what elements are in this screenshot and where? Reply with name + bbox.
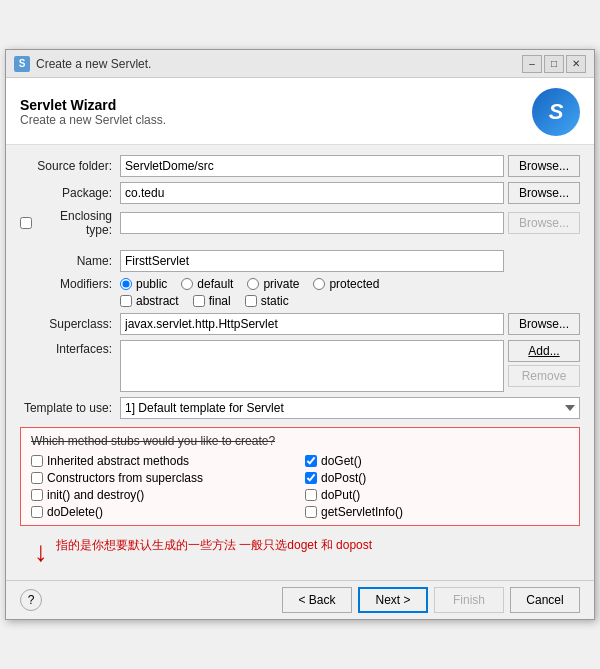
footer-left: ? bbox=[20, 589, 42, 611]
modifier-default-label: default bbox=[181, 277, 233, 291]
superclass-input[interactable] bbox=[120, 313, 504, 335]
modifier-abstract-text: abstract bbox=[136, 294, 179, 308]
wizard-subtitle: Create a new Servlet class. bbox=[20, 113, 166, 127]
modifiers-label: Modifiers: bbox=[20, 277, 120, 291]
enclosing-type-checkbox[interactable] bbox=[20, 217, 32, 229]
stub-doput-label: doPut() bbox=[305, 488, 569, 502]
modifier-private-text: private bbox=[263, 277, 299, 291]
finish-button: Finish bbox=[434, 587, 504, 613]
modifiers-row: Modifiers: public default private bbox=[20, 277, 580, 308]
modifier-protected-text: protected bbox=[329, 277, 379, 291]
modifier-static-text: static bbox=[261, 294, 289, 308]
help-button[interactable]: ? bbox=[20, 589, 42, 611]
minimize-button[interactable]: – bbox=[522, 55, 542, 73]
close-button[interactable]: ✕ bbox=[566, 55, 586, 73]
form-content: Source folder: Browse... Package: Browse… bbox=[6, 145, 594, 580]
dialog-footer: ? < Back Next > Finish Cancel bbox=[6, 580, 594, 619]
modifier-default-radio[interactable] bbox=[181, 278, 193, 290]
header-text-block: Servlet Wizard Create a new Servlet clas… bbox=[20, 97, 166, 127]
modifier-final-label: final bbox=[193, 294, 231, 308]
title-bar: S Create a new Servlet. – □ ✕ bbox=[6, 50, 594, 78]
modifier-public-label: public bbox=[120, 277, 167, 291]
name-row: Name: bbox=[20, 250, 580, 272]
stubs-grid: Inherited abstract methods doGet() Const… bbox=[31, 454, 569, 519]
modifier-extra-line: abstract final static bbox=[120, 294, 379, 308]
enclosing-type-checkbox-label: Enclosing type: bbox=[20, 209, 112, 237]
interfaces-label: Interfaces: bbox=[20, 340, 120, 356]
stub-dopost-label: doPost() bbox=[305, 471, 569, 485]
source-folder-input[interactable] bbox=[120, 155, 504, 177]
window-icon: S bbox=[14, 56, 30, 72]
window-controls: – □ ✕ bbox=[522, 55, 586, 73]
modifier-protected-label: protected bbox=[313, 277, 379, 291]
stub-doput-text: doPut() bbox=[321, 488, 360, 502]
modifier-static-checkbox[interactable] bbox=[245, 295, 257, 307]
stub-getservletinfo-label: getServletInfo() bbox=[305, 505, 569, 519]
package-label: Package: bbox=[20, 186, 120, 200]
enclosing-type-row: Enclosing type: Browse... bbox=[20, 209, 580, 237]
modifier-access-line: public default private protected bbox=[120, 277, 379, 291]
modifier-public-text: public bbox=[136, 277, 167, 291]
stub-init-label: init() and destroy() bbox=[31, 488, 295, 502]
modifier-private-label: private bbox=[247, 277, 299, 291]
interfaces-listbox[interactable] bbox=[120, 340, 504, 392]
modifier-public-radio[interactable] bbox=[120, 278, 132, 290]
modifier-final-text: final bbox=[209, 294, 231, 308]
modifier-abstract-label: abstract bbox=[120, 294, 179, 308]
modifier-abstract-checkbox[interactable] bbox=[120, 295, 132, 307]
next-button[interactable]: Next > bbox=[358, 587, 428, 613]
stub-inherited-label: Inherited abstract methods bbox=[31, 454, 295, 468]
stub-dodelete-text: doDelete() bbox=[47, 505, 103, 519]
modifier-protected-radio[interactable] bbox=[313, 278, 325, 290]
dialog-window: S Create a new Servlet. – □ ✕ Servlet Wi… bbox=[5, 49, 595, 620]
stub-constructors-checkbox[interactable] bbox=[31, 472, 43, 484]
back-button[interactable]: < Back bbox=[282, 587, 352, 613]
interfaces-row: Interfaces: Add... Remove bbox=[20, 340, 580, 392]
template-select[interactable]: 1] Default template for Servlet bbox=[120, 397, 580, 419]
method-stubs-title: Which method stubs would you like to cre… bbox=[31, 434, 569, 448]
add-interface-button[interactable]: Add... bbox=[508, 340, 580, 362]
stub-doget-label: doGet() bbox=[305, 454, 569, 468]
stub-dopost-checkbox[interactable] bbox=[305, 472, 317, 484]
annotation-text: 指的是你想要默认生成的一些方法 一般只选doget 和 dopost bbox=[56, 536, 372, 554]
package-input[interactable] bbox=[120, 182, 504, 204]
remove-interface-button: Remove bbox=[508, 365, 580, 387]
maximize-button[interactable]: □ bbox=[544, 55, 564, 73]
source-folder-row: Source folder: Browse... bbox=[20, 155, 580, 177]
enclosing-type-input[interactable] bbox=[120, 212, 504, 234]
stub-doput-checkbox[interactable] bbox=[305, 489, 317, 501]
superclass-row: Superclass: Browse... bbox=[20, 313, 580, 335]
annotation-area: ↓ 指的是你想要默认生成的一些方法 一般只选doget 和 dopost bbox=[20, 532, 580, 570]
enclosing-type-browse-button: Browse... bbox=[508, 212, 580, 234]
superclass-label: Superclass: bbox=[20, 317, 120, 331]
modifier-final-checkbox[interactable] bbox=[193, 295, 205, 307]
superclass-browse-button[interactable]: Browse... bbox=[508, 313, 580, 335]
footer-right: < Back Next > Finish Cancel bbox=[282, 587, 580, 613]
window-title: Create a new Servlet. bbox=[36, 57, 522, 71]
name-input[interactable] bbox=[120, 250, 504, 272]
method-stubs-section: Which method stubs would you like to cre… bbox=[20, 427, 580, 526]
modifiers-options: public default private protected bbox=[120, 277, 379, 308]
wizard-header: Servlet Wizard Create a new Servlet clas… bbox=[6, 78, 594, 145]
stub-init-checkbox[interactable] bbox=[31, 489, 43, 501]
modifier-static-label: static bbox=[245, 294, 289, 308]
package-row: Package: Browse... bbox=[20, 182, 580, 204]
package-browse-button[interactable]: Browse... bbox=[508, 182, 580, 204]
stub-constructors-label: Constructors from superclass bbox=[31, 471, 295, 485]
stub-doget-checkbox[interactable] bbox=[305, 455, 317, 467]
stub-inherited-checkbox[interactable] bbox=[31, 455, 43, 467]
enclosing-type-label-area: Enclosing type: bbox=[20, 209, 120, 237]
stub-dodelete-label: doDelete() bbox=[31, 505, 295, 519]
stub-doget-text: doGet() bbox=[321, 454, 362, 468]
stub-init-text: init() and destroy() bbox=[47, 488, 144, 502]
modifier-default-text: default bbox=[197, 277, 233, 291]
source-folder-browse-button[interactable]: Browse... bbox=[508, 155, 580, 177]
stub-dodelete-checkbox[interactable] bbox=[31, 506, 43, 518]
modifier-private-radio[interactable] bbox=[247, 278, 259, 290]
wizard-logo: S bbox=[532, 88, 580, 136]
wizard-title: Servlet Wizard bbox=[20, 97, 166, 113]
cancel-button[interactable]: Cancel bbox=[510, 587, 580, 613]
name-label: Name: bbox=[20, 254, 120, 268]
stub-getservletinfo-checkbox[interactable] bbox=[305, 506, 317, 518]
interfaces-buttons: Add... Remove bbox=[508, 340, 580, 387]
